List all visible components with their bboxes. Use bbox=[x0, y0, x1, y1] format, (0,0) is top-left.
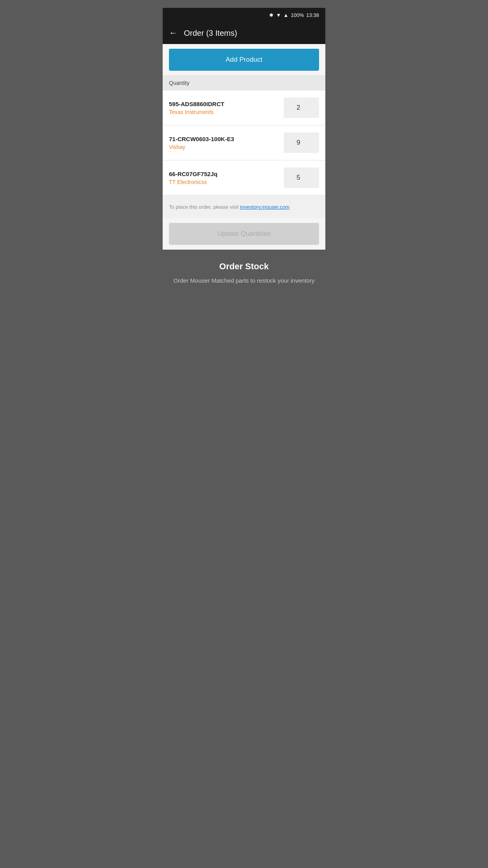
quantity-input-1[interactable] bbox=[284, 97, 319, 118]
status-bar: ✱ ▼ ▲ 100% 13:38 bbox=[163, 8, 325, 22]
page-title: Order (3 Items) bbox=[184, 29, 237, 38]
update-quantities-button[interactable]: Update Quantities bbox=[169, 223, 319, 245]
status-icons: ✱ ▼ ▲ 100% 13:38 bbox=[269, 12, 319, 18]
product-id-3: 66-RC07GF752Jq bbox=[169, 171, 284, 177]
product-row: 71-CRCW0603-100K-E3 Vishay bbox=[163, 125, 325, 160]
bottom-description: Order Mouser Matched parts to restock yo… bbox=[173, 276, 314, 285]
mouser-link[interactable]: inventory.mouser.com bbox=[240, 204, 290, 210]
app-header: ← Order (3 Items) bbox=[163, 22, 325, 44]
product-info-3: 66-RC07GF752Jq TT Electronicss bbox=[169, 171, 284, 185]
add-product-button[interactable]: Add Product bbox=[169, 49, 319, 71]
product-info-1: 595-ADS8860IDRCT Texas Instruments bbox=[169, 101, 284, 115]
product-row: 595-ADS8860IDRCT Texas Instruments bbox=[163, 90, 325, 125]
footer-note-text: To place this order, please visit invent… bbox=[169, 204, 290, 210]
quantity-input-3[interactable] bbox=[284, 167, 319, 188]
battery-text: 100% bbox=[291, 12, 304, 18]
time-text: 13:38 bbox=[306, 12, 319, 18]
product-manufacturer-3: TT Electronicss bbox=[169, 179, 284, 185]
footer-note: To place this order, please visit invent… bbox=[163, 195, 325, 218]
product-id-2: 71-CRCW0603-100K-E3 bbox=[169, 136, 284, 142]
product-manufacturer-2: Vishay bbox=[169, 144, 284, 150]
product-list: 595-ADS8860IDRCT Texas Instruments 71-CR… bbox=[163, 90, 325, 195]
wifi-icon: ▼ bbox=[276, 12, 281, 18]
product-row: 66-RC07GF752Jq TT Electronicss bbox=[163, 160, 325, 195]
phone-container: ✱ ▼ ▲ 100% 13:38 ← Order (3 Items) Add P… bbox=[163, 0, 325, 305]
quantity-input-2[interactable] bbox=[284, 132, 319, 153]
quantity-label: Quantity bbox=[169, 80, 189, 86]
bottom-title: Order Stock bbox=[173, 261, 314, 272]
main-card: Add Product Quantity 595-ADS8860IDRCT Te… bbox=[163, 44, 325, 250]
signal-icon: ▲ bbox=[283, 12, 288, 18]
quantity-header: Quantity bbox=[163, 75, 325, 90]
product-id-1: 595-ADS8860IDRCT bbox=[169, 101, 284, 107]
product-manufacturer-1: Texas Instruments bbox=[169, 109, 284, 115]
product-info-2: 71-CRCW0603-100K-E3 Vishay bbox=[169, 136, 284, 150]
bluetooth-icon: ✱ bbox=[269, 12, 273, 18]
back-button[interactable]: ← bbox=[169, 29, 178, 37]
footer-note-prefix: To place this order, please visit bbox=[169, 204, 240, 210]
bottom-info-section: Order Stock Order Mouser Matched parts t… bbox=[165, 250, 322, 289]
